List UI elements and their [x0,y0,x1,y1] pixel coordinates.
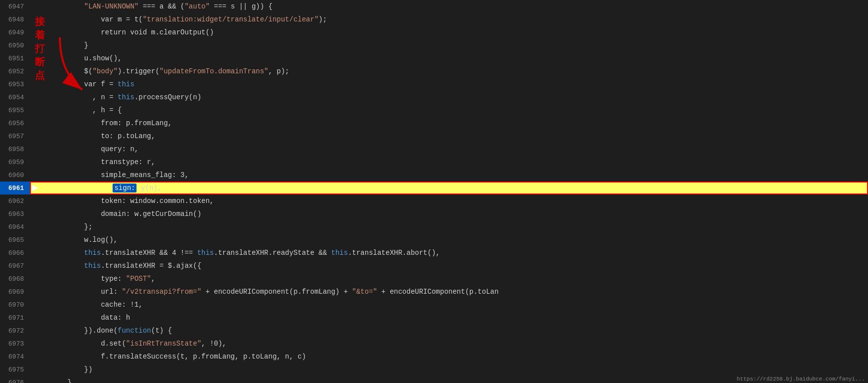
line-content: this.translateXHR && 4 !== this.translat… [30,246,868,259]
code-token: ).trigger( [118,67,159,75]
code-token: f.translateSuccess(t, p.fromLang, p.toLa… [34,353,306,361]
line-number: 6958 [0,143,30,156]
line-content: to: p.toLang, [30,130,868,143]
code-token: transtype: r, [34,158,155,166]
line-content: token: window.common.token, [30,194,868,207]
code-token: "translation:widget/translate/input/clea… [143,15,318,23]
line-number: 6960 [0,169,30,182]
code-token: d.set( [34,340,126,348]
line-number: 6952 [0,65,30,78]
table-row: 6953 var f = this [0,78,868,91]
line-number: 6972 [0,324,30,337]
code-token: "&to=" [352,288,377,296]
line-number: 6967 [0,259,30,272]
code-token: ); [318,15,327,23]
line-number: 6948 [0,13,30,26]
table-row: 6951 u.show(), [0,52,868,65]
line-number: 6947 [0,0,30,13]
code-token: domain: w.getCurDomain() [34,210,201,218]
line-content: data: h [30,311,868,324]
line-number: 6966 [0,246,30,259]
line-content: $("body").trigger("updateFromTo.domainTr… [30,65,868,78]
code-token: $( [34,67,93,75]
debug-arrow-icon [30,182,42,194]
table-row: 6975 }) [0,363,868,376]
code-token: }).done( [34,327,118,335]
line-number: 6959 [0,156,30,169]
line-number: 6961 [0,182,30,194]
line-number: 6965 [0,233,30,246]
code-token: from: p.fromLang, [34,119,172,127]
code-token: "/v2transapi?from=" [122,288,201,296]
table-row: 6950 } [0,39,868,52]
code-token: this [197,249,214,257]
line-number: 6975 [0,363,30,376]
code-token: .translateXHR.readyState && [214,249,331,257]
line-number: 6971 [0,311,30,324]
line-number: 6974 [0,350,30,363]
code-token: var f = [34,80,118,88]
table-row: 6961 sign: y(n), [0,182,868,194]
table-row: 6969 url: "/v2transapi?from=" + encodeUR… [0,285,868,298]
line-number: 6970 [0,298,30,311]
code-token: to: p.toLang, [34,132,155,140]
table-row: 6963 domain: w.getCurDomain() [0,207,868,220]
line-content: } [30,39,868,52]
code-token: , p); [269,67,289,75]
line-content: transtype: r, [30,156,868,169]
table-row: 6949 return void m.clearOutput() [0,26,868,39]
code-token: type: [34,275,126,283]
line-number: 6955 [0,104,30,117]
line-number: 6962 [0,194,30,207]
line-content: this.translateXHR = $.ajax({ [30,259,868,272]
line-content: from: p.fromLang, [30,117,868,130]
code-token: function [118,327,151,335]
line-number: 6950 [0,39,30,52]
code-token: "POST" [126,275,151,283]
code-token: === s || g)) { [210,2,273,10]
line-content: sign: y(n), [30,182,868,194]
code-token: } [34,379,72,383]
line-number: 6969 [0,285,30,298]
line-number: 6951 [0,52,30,65]
table-row: 6973 d.set("isInRtTransState", !0), [0,337,868,350]
sign-content: y(n), [137,184,161,192]
line-content: , n = this.processQuery(n) [30,91,868,104]
table-row: 6957 to: p.toLang, [0,130,868,143]
table-row: 6947 "LAN-UNKNOWN" === a && ("auto" === … [0,0,868,13]
table-row: 6966 this.translateXHR && 4 !== this.tra… [0,246,868,259]
code-token: .translateXHR && 4 !== [101,249,197,257]
code-token: query: n, [34,145,139,153]
table-row: 6954 , n = this.processQuery(n) [0,91,868,104]
code-container: 接着打断点 6947 "LAN-UNKNOWN" === a && ("auto… [0,0,868,383]
code-token: + encodeURIComponent(p.toLan [377,288,499,296]
code-token: "updateFromTo.domainTrans" [159,67,268,75]
line-content: }).done(function(t) { [30,324,868,337]
code-token: .processQuery(n) [135,93,201,101]
line-content: , h = { [30,104,868,117]
code-token: (t) { [151,327,172,335]
table-row: 6948 var m = t("translation:widget/trans… [0,13,868,26]
line-content: query: n, [30,143,868,156]
line-content: var f = this [30,78,868,91]
line-content: u.show(), [30,52,868,65]
table-row: 6974 f.translateSuccess(t, p.fromLang, p… [0,350,868,363]
table-row: 6959 transtype: r, [0,156,868,169]
code-token: this [331,249,348,257]
code-token: === a && ( [139,2,184,10]
url-bar: https://rd2258.bj.baidubce.com/fanyi... [734,375,868,383]
line-number: 6976 [0,376,30,383]
code-token: this [118,80,135,88]
code-token: data: h [34,314,130,322]
code-token: u.show(), [34,54,122,62]
table-row: 6960 simple_means_flag: 3, [0,169,868,182]
line-number: 6973 [0,337,30,350]
line-content: domain: w.getCurDomain() [30,207,868,220]
code-lines: 6947 "LAN-UNKNOWN" === a && ("auto" === … [0,0,868,383]
table-row: 6968 type: "POST", [0,272,868,285]
code-token: "isInRtTransState" [126,340,201,348]
code-token: + encodeURIComponent(p.fromLang) + [201,288,352,296]
code-token: , !0), [201,340,226,348]
table-row: 6965 w.log(), [0,233,868,246]
code-token: cache: !1, [34,301,143,309]
